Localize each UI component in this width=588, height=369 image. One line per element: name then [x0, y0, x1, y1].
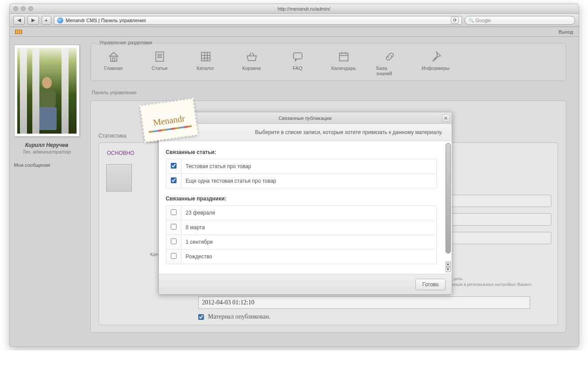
section-label: Корзина — [242, 65, 261, 71]
articles-table: Тестовая статья про товар Еще одна тесто… — [166, 159, 437, 188]
section-basket[interactable]: Корзина — [238, 50, 265, 76]
address-bar[interactable]: Menandr CMS | Панель управления ⟳ — [54, 16, 462, 25]
section-home[interactable]: Главная — [100, 50, 127, 76]
sections-icon-row: Главная Статьи Каталог Корзина — [97, 49, 560, 76]
page-body: Кирилл Неручев Тех. администратор Мои со… — [10, 37, 579, 346]
section-faq[interactable]: FAQ — [284, 50, 311, 76]
related-publications-modal: Связанные публикации ✕ Выберите в списке… — [158, 112, 452, 295]
minimize-window-icon[interactable] — [21, 6, 26, 11]
table-row[interactable]: Еще одна тестовая статья про товар — [166, 174, 436, 188]
modal-body: Связанные статьи: Тестовая статья про то… — [159, 141, 452, 274]
section-label: Календарь — [331, 65, 356, 71]
bookmarks-menu-icon[interactable] — [15, 30, 22, 34]
calendar-icon — [338, 50, 350, 63]
svg-rect-11 — [293, 53, 302, 59]
user-name: Кирилл Неручев — [25, 142, 69, 148]
breadcrumb: Панель управления — [92, 90, 565, 95]
add-bookmark-button[interactable]: + — [42, 16, 51, 25]
holiday-checkbox[interactable] — [171, 209, 177, 215]
basket-icon — [246, 50, 258, 63]
my-messages-link[interactable]: Мои сообщения — [14, 162, 50, 168]
logout-link[interactable]: Выход — [559, 29, 573, 35]
articles-group-header: Связанные статьи: — [166, 149, 445, 155]
forward-button[interactable]: ▶ — [27, 16, 39, 25]
holiday-checkbox[interactable] — [171, 253, 177, 259]
window-controls[interactable] — [13, 6, 33, 11]
modal-close-button[interactable]: ✕ — [442, 114, 450, 122]
section-label: Каталог — [197, 65, 215, 71]
holidays-group-header: Связанные праздники: — [166, 196, 445, 202]
holiday-checkbox[interactable] — [171, 238, 177, 244]
grid-icon — [200, 50, 212, 63]
svg-rect-2 — [156, 52, 164, 62]
section-articles[interactable]: Статьи — [146, 50, 173, 76]
table-row[interactable]: 23 февраля — [166, 206, 436, 220]
modal-footer: Готово — [159, 274, 452, 294]
article-checkbox[interactable] — [171, 177, 177, 183]
section-informers[interactable]: Информеры — [423, 50, 449, 76]
section-label: Информеры — [422, 65, 450, 71]
holidays-table: 23 февраля 8 марта 1 сентября Рожде — [166, 205, 437, 264]
modal-header: Связанные публикации ✕ — [159, 112, 452, 124]
sections-panel: Управление разделами Главная Статьи Ката… — [90, 43, 566, 81]
section-calendar[interactable]: Календарь — [331, 50, 357, 76]
article-label: Тестовая статья про товар — [181, 159, 436, 174]
svg-rect-6 — [201, 52, 210, 61]
section-label: FAQ — [292, 65, 302, 71]
article-checkbox[interactable] — [171, 163, 177, 169]
brand-stamp-text: Menandr — [152, 113, 185, 128]
link-icon — [384, 50, 396, 63]
close-window-icon[interactable] — [13, 6, 18, 11]
bookmarks-bar: Выход — [10, 27, 579, 37]
publish-date-value: 2012-04-03 01:12:10 — [202, 299, 255, 306]
user-role: Тех. администратор — [23, 149, 71, 154]
search-placeholder: Google — [476, 18, 491, 23]
table-row[interactable]: 1 сентября — [166, 235, 436, 250]
section-catalog[interactable]: Каталог — [192, 50, 219, 76]
holiday-label: Рождество — [181, 250, 436, 264]
done-button[interactable]: Готово — [415, 279, 445, 290]
table-row[interactable]: Рождество — [166, 250, 436, 264]
product-thumbnail[interactable] — [106, 164, 132, 192]
site-favicon-icon — [57, 17, 63, 23]
browser-toolbar: ◀ ▶ + Menandr CMS | Панель управления ⟳ … — [10, 14, 579, 27]
window-url: http://menandr.ru/admin/ — [33, 6, 575, 12]
published-checkbox-row[interactable]: Материал опубликован. — [198, 313, 551, 320]
published-label: Материал опубликован. — [208, 313, 270, 320]
document-icon — [154, 50, 166, 63]
section-kb[interactable]: База знаний — [377, 50, 403, 76]
scroll-up-button[interactable]: ▲ — [446, 261, 451, 267]
page-title: Menandr CMS | Панель управления — [66, 18, 146, 23]
holiday-label: 23 февраля — [181, 206, 436, 220]
avatar-photo — [17, 48, 77, 134]
svg-rect-12 — [339, 53, 348, 61]
section-label: База знаний — [377, 65, 403, 76]
holiday-checkbox[interactable] — [171, 224, 177, 230]
window-titlebar: http://menandr.ru/admin/ — [10, 4, 579, 14]
browser-search-input[interactable]: Google — [465, 16, 575, 25]
browser-window: http://menandr.ru/admin/ ◀ ▶ + Menandr C… — [9, 4, 579, 347]
article-label: Еще одна тестовая статья про товар — [181, 174, 436, 188]
pin-icon — [430, 50, 442, 63]
brand-stamp-icon: Menandr — [140, 99, 197, 142]
section-label: Главная — [104, 65, 123, 71]
table-row[interactable]: Тестовая статья про товар — [166, 159, 436, 174]
svg-rect-1 — [112, 58, 115, 62]
holiday-label: 8 марта — [181, 220, 436, 235]
svg-rect-0 — [111, 56, 117, 61]
home-icon — [108, 50, 120, 63]
avatar — [14, 45, 80, 137]
modal-scrollbar-thumb[interactable] — [446, 143, 451, 254]
scroll-down-button[interactable]: ▼ — [446, 267, 451, 272]
back-button[interactable]: ◀ — [13, 16, 25, 25]
reload-button[interactable]: ⟳ — [451, 17, 459, 24]
table-row[interactable]: 8 марта — [166, 220, 436, 235]
sidebar: Кирилл Неручев Тех. администратор Мои со… — [10, 37, 84, 346]
section-label: Статьи — [152, 65, 168, 71]
publish-date-input[interactable]: 2012-04-03 01:12:10 — [198, 296, 530, 309]
modal-subtitle: Выберите в списке записи, которые хотите… — [159, 124, 452, 141]
zoom-window-icon[interactable] — [28, 6, 33, 11]
sections-legend: Управление разделами — [97, 40, 155, 45]
published-checkbox[interactable] — [198, 314, 204, 320]
holiday-label: 1 сентября — [181, 235, 436, 250]
